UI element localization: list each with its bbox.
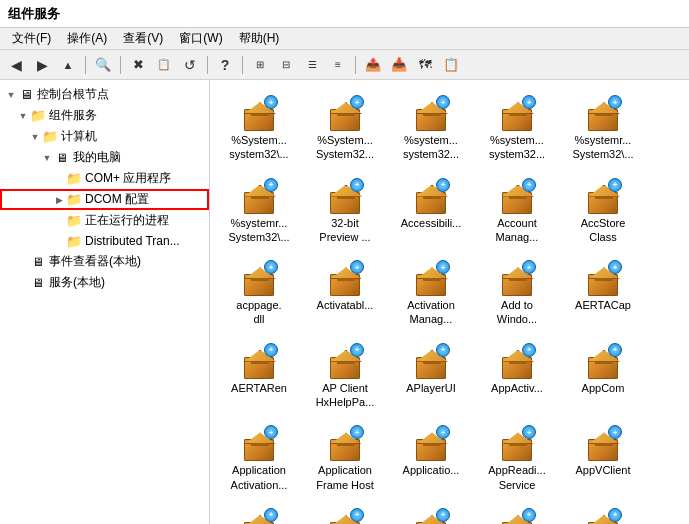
icon-item[interactable]: + Accessibili... <box>390 171 472 250</box>
icon-item[interactable]: + acppage. dll <box>218 253 300 332</box>
icon-item[interactable]: + Applicatio... <box>390 418 472 497</box>
help-button[interactable]: ? <box>213 54 237 76</box>
icon-item[interactable]: + %systemr... System32\... <box>562 88 644 167</box>
icon-item[interactable]: + Add to Windo... <box>476 253 558 332</box>
package-icon: + <box>240 343 278 381</box>
package-icon: + <box>498 178 536 216</box>
sep5 <box>355 56 356 74</box>
icon-item[interactable]: + APlayerUI <box>390 336 472 415</box>
menu-window[interactable]: 窗口(W) <box>171 28 230 49</box>
package-icon: + <box>326 178 364 216</box>
icon-item[interactable]: + AppReadi... Service <box>476 418 558 497</box>
icon-item[interactable]: + Activation Manag... <box>390 253 472 332</box>
label-computer: 计算机 <box>61 128 97 145</box>
icon-label: %System... system32\... <box>229 133 288 162</box>
left-panel: ▼ 🖥 控制台根节点 ▼ 📁 组件服务 ▼ 📁 计算机 ▼ 🖥 我的电脑 📁 C… <box>0 80 210 524</box>
tree-item-dist-trans[interactable]: 📁 Distributed Tran... <box>0 231 209 251</box>
tree-item-com-app[interactable]: 📁 COM+ 应用程序 <box>0 168 209 189</box>
package-icon: + <box>240 178 278 216</box>
tree-item-mypc[interactable]: ▼ 🖥 我的电脑 <box>0 147 209 168</box>
icon-label: Applicatio... <box>403 463 460 477</box>
package-icon: + <box>498 95 536 133</box>
search-button[interactable]: 🔍 <box>91 54 115 76</box>
label-component-services: 组件服务 <box>49 107 97 124</box>
icon-label: AERTARen <box>231 381 287 395</box>
view-large-button[interactable]: ⊞ <box>248 54 272 76</box>
icon-item[interactable]: + %systemr... System32\... <box>218 171 300 250</box>
export-button[interactable]: 📤 <box>361 54 385 76</box>
label-running: 正在运行的进程 <box>85 212 169 229</box>
tree-item-services[interactable]: 🖥 服务(本地) <box>0 272 209 293</box>
folder-icon-running: 📁 <box>66 213 82 229</box>
package-icon: + <box>412 425 450 463</box>
package-icon: + <box>240 95 278 133</box>
properties-button[interactable]: 📋 <box>152 54 176 76</box>
icon-item[interactable]: + AppVClient <box>562 418 644 497</box>
icon-label: Accessibili... <box>401 216 462 230</box>
icon-item[interactable]: + AP Client HxHelpPa... <box>304 336 386 415</box>
icon-item[interactable]: + AERTARen <box>218 336 300 415</box>
sep2 <box>120 56 121 74</box>
package-icon: + <box>584 425 622 463</box>
icon-item[interactable]: + AppCom <box>562 336 644 415</box>
menu-file[interactable]: 文件(F) <box>4 28 59 49</box>
icon-item[interactable]: + Authentic... UI CredUI... <box>304 501 386 524</box>
label-dist-trans: Distributed Tran... <box>85 234 180 248</box>
folder-icon-component-services: 📁 <box>30 108 46 124</box>
icon-label: AppActiv... <box>491 381 543 395</box>
icon-item[interactable]: + Account Manag... <box>476 171 558 250</box>
package-icon: + <box>240 260 278 298</box>
icon-item[interactable]: + Application Activation... <box>218 418 300 497</box>
icon-event-viewer: 🖥 <box>30 254 46 270</box>
package-icon: + <box>326 95 364 133</box>
icon-label: Application Activation... <box>231 463 288 492</box>
refresh-button[interactable]: ↺ <box>178 54 202 76</box>
import-button[interactable]: 📥 <box>387 54 411 76</box>
icon-item[interactable]: + 32-bit Preview ... <box>304 171 386 250</box>
package-icon: + <box>584 343 622 381</box>
icon-item[interactable]: + %system... system32... <box>390 88 472 167</box>
icon-label: %systemr... System32\... <box>572 133 633 162</box>
icon-item[interactable]: + Activatabl... <box>304 253 386 332</box>
icon-item[interactable]: + AppActiv... <box>476 336 558 415</box>
icon-item[interactable]: + Authentica... UI CredUI... <box>476 501 558 524</box>
icon-root: 🖥 <box>18 87 34 103</box>
forward-button[interactable]: ▶ <box>30 54 54 76</box>
menu-help[interactable]: 帮助(H) <box>231 28 288 49</box>
icon-item[interactable]: + Application Frame Host <box>304 418 386 497</box>
view-small-button[interactable]: ⊟ <box>274 54 298 76</box>
package-icon: + <box>412 343 450 381</box>
icon-item[interactable]: + %System... system32\... <box>218 88 300 167</box>
icon-item[interactable]: + %System... System32... <box>304 88 386 167</box>
icon-item[interactable]: + appwiz.cpl <box>218 501 300 524</box>
package-icon: + <box>584 95 622 133</box>
icon-item[interactable]: + AccStore Class <box>562 171 644 250</box>
icon-grid: + %System... system32\... + %System... S… <box>218 88 681 524</box>
view-detail-button[interactable]: ≡ <box>326 54 350 76</box>
tree-item-event-viewer[interactable]: 🖥 事件查看器(本地) <box>0 251 209 272</box>
menu-view[interactable]: 查看(V) <box>115 28 171 49</box>
icon-item[interactable]: + Authentica... UI CredUI... <box>390 501 472 524</box>
icon-item[interactable]: + AERTACap <box>562 253 644 332</box>
icon-item[interactable]: + %system... system32... <box>476 88 558 167</box>
tree-item-dcom[interactable]: ▶ 📁 DCOM 配置 <box>0 189 209 210</box>
tree-item-running[interactable]: 📁 正在运行的进程 <box>0 210 209 231</box>
view-list-button[interactable]: ☰ <box>300 54 324 76</box>
up-button[interactable]: ▲ <box>56 54 80 76</box>
menu-action[interactable]: 操作(A) <box>59 28 115 49</box>
icon-label: %System... System32... <box>316 133 374 162</box>
tree-item-component-services[interactable]: ▼ 📁 组件服务 <box>0 105 209 126</box>
delete-button[interactable]: ✖ <box>126 54 150 76</box>
label-mypc: 我的电脑 <box>73 149 121 166</box>
tree-item-root[interactable]: ▼ 🖥 控制台根节点 <box>0 84 209 105</box>
map-button[interactable]: 🗺 <box>413 54 437 76</box>
icon-label: APlayerUI <box>406 381 456 395</box>
label-com-app: COM+ 应用程序 <box>85 170 171 187</box>
label-services: 服务(本地) <box>49 274 105 291</box>
tree-item-computer[interactable]: ▼ 📁 计算机 <box>0 126 209 147</box>
icon-label: AppVClient <box>575 463 630 477</box>
icon-item[interactable]: + Authentic... UI Termin... <box>562 501 644 524</box>
list-button[interactable]: 📋 <box>439 54 463 76</box>
back-button[interactable]: ◀ <box>4 54 28 76</box>
package-icon: + <box>412 260 450 298</box>
